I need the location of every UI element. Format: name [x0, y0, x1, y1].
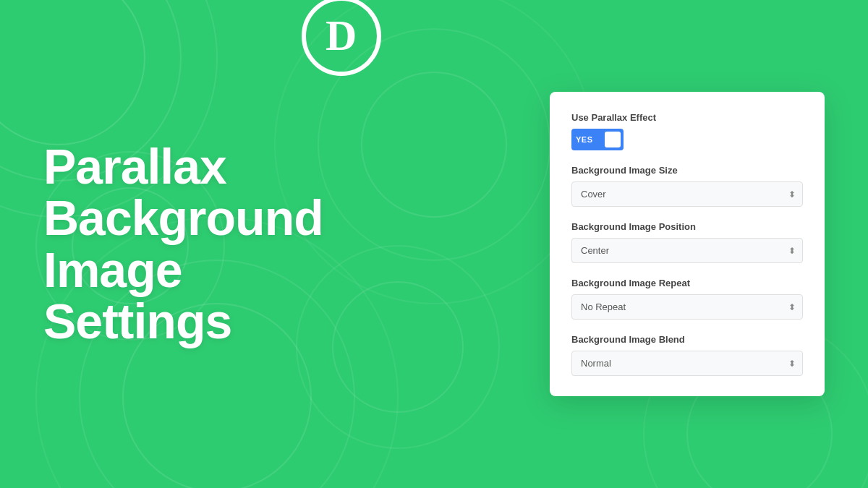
main-title: Parallax Background Image Settings	[43, 141, 323, 348]
bg-size-label: Background Image Size	[571, 165, 803, 176]
bg-position-select-wrapper: Center Top Left Top Center Top Right Cen…	[571, 238, 803, 263]
bg-size-row: Background Image Size Cover Contain Auto…	[571, 165, 803, 207]
bg-repeat-label: Background Image Repeat	[571, 278, 803, 288]
title-line4: Settings	[43, 294, 231, 348]
svg-point-0	[0, 0, 145, 145]
settings-panel: Use Parallax Effect YES Background Image…	[550, 92, 825, 396]
bg-position-select[interactable]: Center Top Left Top Center Top Right Cen…	[571, 238, 803, 263]
parallax-toggle-wrapper: YES	[571, 129, 803, 150]
bg-repeat-select-wrapper: No Repeat Repeat Repeat X Repeat Y ⬍	[571, 294, 803, 320]
bg-blend-select-wrapper: Normal Multiply Screen Overlay Darken Li…	[571, 351, 803, 376]
svg-point-11	[333, 282, 463, 412]
bg-size-select-wrapper: Cover Contain Auto ⬍	[571, 181, 803, 207]
svg-point-6	[362, 72, 506, 217]
divi-logo-wrapper: D	[302, 0, 381, 76]
main-background: D Parallax Background Image Settings Use…	[0, 0, 868, 488]
bg-repeat-select[interactable]: No Repeat Repeat Repeat X Repeat Y	[571, 294, 803, 320]
title-line3: Image	[43, 242, 182, 297]
svg-point-12	[297, 246, 499, 448]
left-section: D Parallax Background Image Settings	[43, 141, 323, 348]
bg-position-label: Background Image Position	[571, 221, 803, 232]
bg-blend-row: Background Image Blend Normal Multiply S…	[571, 334, 803, 376]
bg-blend-label: Background Image Blend	[571, 334, 803, 345]
bg-size-select[interactable]: Cover Contain Auto	[571, 181, 803, 207]
title-line1: Parallax	[43, 139, 226, 194]
divi-logo-letter: D	[326, 11, 357, 61]
toggle-knob	[605, 132, 621, 147]
bg-repeat-row: Background Image Repeat No Repeat Repeat…	[571, 278, 803, 320]
parallax-row: Use Parallax Effect YES	[571, 112, 803, 150]
bg-position-row: Background Image Position Center Top Lef…	[571, 221, 803, 263]
divi-logo-circle: D	[302, 0, 381, 76]
parallax-label: Use Parallax Effect	[571, 112, 803, 123]
title-line2: Background	[43, 190, 323, 245]
parallax-toggle[interactable]: YES	[571, 129, 624, 150]
bg-blend-select[interactable]: Normal Multiply Screen Overlay Darken Li…	[571, 351, 803, 376]
toggle-yes-label: YES	[576, 135, 593, 144]
